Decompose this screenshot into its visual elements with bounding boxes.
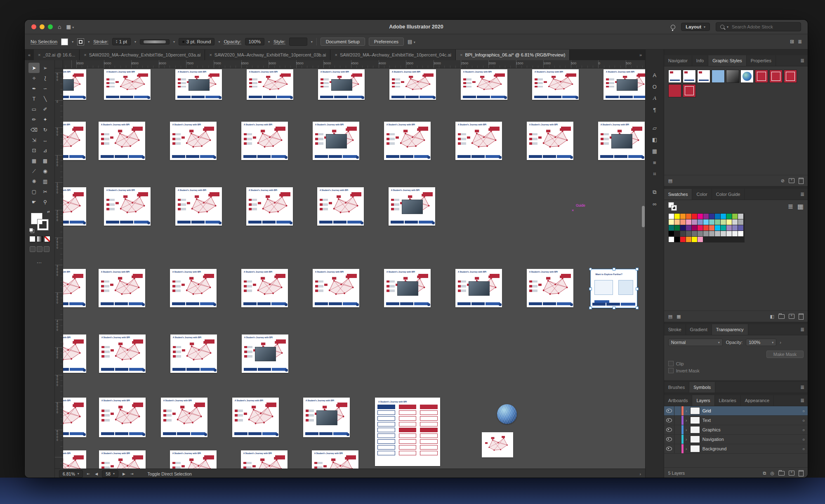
color-swatch[interactable] <box>709 219 714 225</box>
artboard-thumbnail[interactable]: A Student's Journey with BPI <box>99 334 146 373</box>
close-tab-icon[interactable]: × <box>335 52 337 57</box>
line-segment-tool[interactable]: ╲ <box>40 94 51 104</box>
artboard-thumbnail[interactable]: A Student's Journey with BPI <box>598 122 645 160</box>
color-swatch[interactable] <box>680 237 686 242</box>
layer-target-icon[interactable]: ○ <box>799 428 808 432</box>
invert-mask-checkbox[interactable] <box>668 368 674 373</box>
control-bar-menu-icon[interactable]: ≣ <box>798 39 802 45</box>
first-artboard-button[interactable]: ⇤ <box>86 472 91 476</box>
layer-row[interactable]: ›Navigation○ <box>664 435 808 444</box>
selection-handle[interactable] <box>636 287 639 290</box>
layer-name[interactable]: Graphics <box>702 427 799 432</box>
panel-menu-icon[interactable]: ≣ <box>797 324 808 335</box>
column-graph-tool[interactable]: ▥ <box>40 176 51 186</box>
minimize-window-button[interactable] <box>40 24 45 29</box>
panel-tab-layers[interactable]: Layers <box>692 395 714 406</box>
color-swatch[interactable] <box>686 237 691 242</box>
layer-visibility-toggle[interactable] <box>664 435 674 444</box>
ruler-corner[interactable] <box>55 60 63 68</box>
guide-point-icon[interactable]: × <box>572 208 574 212</box>
color-swatch[interactable] <box>669 237 674 242</box>
graphic-style-swatch[interactable] <box>755 70 768 83</box>
artboard-thumbnail[interactable]: A Student's Journey with BPI <box>63 187 86 226</box>
artboard-thumbnail[interactable]: A Student's Journey with BPI <box>99 269 145 307</box>
artboard-thumbnail[interactable]: A Student's Journey with BPI <box>241 269 288 307</box>
scroll-right-icon[interactable]: › <box>640 471 641 476</box>
layer-row[interactable]: ›Graphics○ <box>664 425 808 435</box>
panel-menu-icon[interactable]: ≣ <box>797 189 808 200</box>
artboard-thumbnail[interactable]: A Student's Journey with BPI <box>527 269 573 307</box>
artboard-thumbnail[interactable]: A Student's Journey with BPI <box>246 187 293 226</box>
chevron-down-icon[interactable]: ▾ <box>311 40 313 44</box>
layer-name[interactable]: Navigation <box>702 437 799 442</box>
shaper-tool[interactable]: ✦ <box>40 114 51 125</box>
artboard-thumbnail[interactable]: A Student's Journey with BPI <box>99 122 145 160</box>
artboard-thumbnail[interactable]: A Student's Journey with BPI <box>461 69 507 100</box>
panel-tab-properties[interactable]: Properties <box>747 55 776 66</box>
artboard-thumbnail[interactable]: A Student's Journey with BPI <box>161 398 207 437</box>
artboard-thumbnail[interactable]: A Student's Journey with BPI <box>313 122 359 160</box>
default-fill-stroke-icon[interactable] <box>29 228 33 232</box>
artboard-thumbnail[interactable]: A Student's Journey with BPI <box>63 450 86 469</box>
document-tab[interactable]: ×SAW2020_MA–Archway_ExhibitTitle_10perce… <box>205 49 330 60</box>
artboard-thumbnail[interactable]: A Student's Journey with BPI <box>99 398 146 437</box>
color-mode-icon[interactable] <box>29 236 35 242</box>
color-swatch[interactable] <box>732 219 738 225</box>
direct-selection-tool[interactable]: ➢ <box>40 63 51 73</box>
color-swatch[interactable] <box>703 219 709 225</box>
sphere-graphic[interactable] <box>497 404 517 424</box>
color-swatch[interactable] <box>709 214 714 219</box>
artboard-thumbnail[interactable]: A Student's Journey with BPI <box>104 187 151 226</box>
artboard-thumbnail[interactable]: A Student's Journey with BPI <box>318 69 365 100</box>
artboard-thumbnail-infographic[interactable]: A Student's Journey with BPI <box>375 398 440 466</box>
opentype-panel-icon[interactable]: O <box>649 82 660 92</box>
color-swatch[interactable] <box>715 231 720 236</box>
delete-swatch-icon[interactable] <box>799 313 804 320</box>
layer-expand-icon[interactable]: › <box>684 428 689 432</box>
opacity-label[interactable]: Opacity: <box>224 39 241 45</box>
artboards-panel-icon[interactable]: ⧉ <box>649 187 660 197</box>
close-tab-icon[interactable]: × <box>209 52 212 57</box>
pathfinder-panel-icon[interactable]: ◧ <box>649 134 660 144</box>
scale-tool[interactable]: ⇲ <box>28 135 40 145</box>
graphic-style-swatch[interactable] <box>697 70 710 83</box>
gradient-mode-icon[interactable] <box>37 236 43 242</box>
stock-search-box[interactable]: ▾ <box>716 22 801 31</box>
draw-behind-icon[interactable] <box>37 246 42 252</box>
draw-normal-icon[interactable] <box>30 246 35 252</box>
color-swatch[interactable] <box>738 225 743 231</box>
hand-tool[interactable]: ☛ <box>28 197 40 207</box>
graphic-style-swatch[interactable] <box>668 70 681 83</box>
color-swatch[interactable] <box>738 231 743 236</box>
search-input[interactable] <box>731 24 797 30</box>
chevron-down-icon[interactable]: ▾ <box>134 40 136 44</box>
links-panel-icon[interactable]: ∞ <box>649 199 660 209</box>
layer-name[interactable]: Grid <box>702 408 799 413</box>
layer-lock-cell[interactable] <box>674 444 681 453</box>
zoom-window-button[interactable] <box>48 24 53 29</box>
new-sublayer-icon[interactable] <box>778 471 785 476</box>
color-swatch[interactable] <box>686 214 691 219</box>
selection-status[interactable]: No Selection <box>31 39 57 45</box>
artboard-thumbnail[interactable]: A Student's Journey with BPI <box>63 269 86 307</box>
color-swatch[interactable] <box>709 231 714 236</box>
tab-overflow-left-icon[interactable]: « <box>25 49 34 60</box>
layer-lock-cell[interactable] <box>674 435 681 444</box>
grid-panel-icon[interactable]: ⌗ <box>649 169 660 179</box>
artboard-thumbnail[interactable]: A Student's Journey with BPI <box>603 69 645 100</box>
chevron-down-icon[interactable]: ▾ <box>173 40 175 44</box>
artboard-thumbnail[interactable]: A Student's Journey with BPI <box>312 450 358 469</box>
eyedropper-tool[interactable]: ⟋ <box>28 166 40 176</box>
color-swatch[interactable] <box>674 219 680 225</box>
graphic-style-swatch[interactable] <box>740 70 754 83</box>
list-view-icon[interactable]: ≣ <box>787 203 793 210</box>
color-swatch[interactable] <box>738 214 743 219</box>
layer-expand-icon[interactable]: › <box>684 418 689 423</box>
panel-tab-brushes[interactable]: Brushes <box>664 382 689 393</box>
vertical-ruler[interactable]: 5 0 005 0 01 0 0 01 5 0 02 0 0 02 5 0 03… <box>55 68 63 469</box>
selection-handle[interactable] <box>636 306 639 309</box>
layer-thumbnail[interactable] <box>690 407 700 415</box>
panel-tab-appearance[interactable]: Appearance <box>741 395 774 406</box>
color-swatch[interactable] <box>703 214 709 219</box>
color-swatch[interactable] <box>703 231 709 236</box>
